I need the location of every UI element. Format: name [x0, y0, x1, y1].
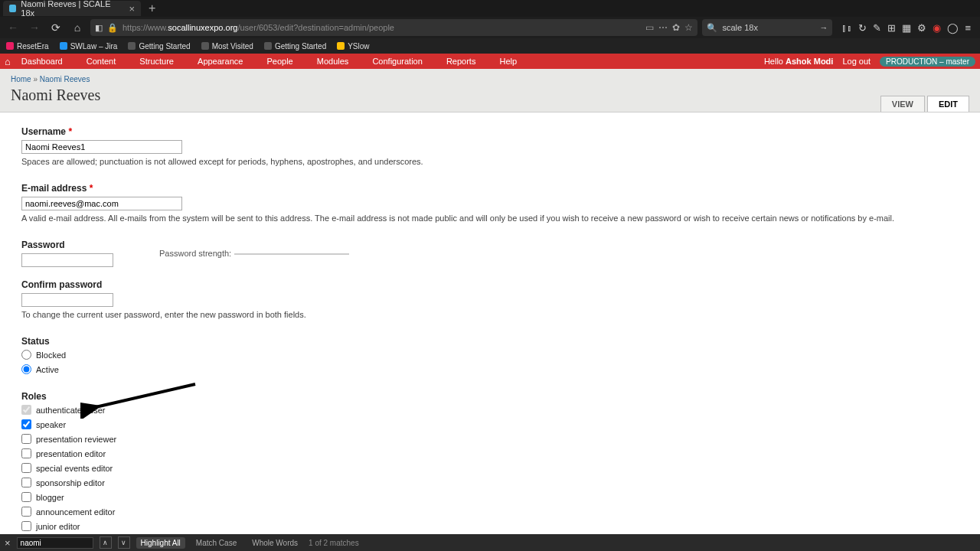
back-button[interactable]: ←: [5, 19, 21, 36]
confirm-password-input[interactable]: [21, 293, 113, 307]
username-help: Spaces are allowed; punctuation is not a…: [21, 157, 959, 166]
role-label: announcement editor: [36, 507, 115, 517]
page-title: Naomi Reeves: [11, 83, 969, 112]
find-status: 1 of 2 matches: [309, 539, 359, 547]
home-button[interactable]: ⌂: [69, 19, 86, 36]
admin-home-icon[interactable]: ⌂: [5, 56, 11, 67]
close-tab-icon[interactable]: ×: [129, 3, 135, 15]
ext1-icon[interactable]: ◉: [933, 22, 941, 34]
grid-icon[interactable]: ⊞: [887, 22, 896, 34]
tab-title: Naomi Reeves | SCALE 18x: [21, 0, 119, 18]
breadcrumb-home[interactable]: Home: [11, 75, 31, 83]
admin-menu-people[interactable]: People: [266, 57, 292, 66]
bookmark-icon: [6, 42, 14, 50]
gear-icon[interactable]: ⚙: [917, 22, 926, 34]
confirm-password-label: Confirm password: [21, 279, 959, 290]
admin-menu-configuration[interactable]: Configuration: [372, 57, 422, 66]
role-label: sponsorship editor: [36, 478, 105, 487]
history-icon[interactable]: ↻: [858, 22, 867, 34]
role-label: blogger: [36, 493, 64, 502]
whole-words-toggle[interactable]: Whole Words: [247, 537, 302, 549]
role-checkbox-speaker[interactable]: [21, 419, 31, 429]
pen-icon[interactable]: ✎: [873, 22, 881, 34]
find-bar: × ∧ ∨ Highlight All Match Case Whole Wor…: [0, 534, 980, 551]
password-strength: Password strength:: [159, 249, 349, 258]
search-box[interactable]: 🔍 scale 18x →: [702, 19, 832, 36]
breadcrumb-current[interactable]: Naomi Reeves: [40, 75, 90, 83]
bookmark-item[interactable]: YSlow: [337, 42, 369, 51]
browser-tab[interactable]: Naomi Reeves | SCALE 18x ×: [3, 1, 141, 16]
bookmark-icon: [264, 42, 272, 50]
status-active-radio[interactable]: [21, 364, 31, 374]
url-actions: ▭ ⋯ ✿ ☆: [645, 22, 693, 33]
tile-icon[interactable]: ▦: [902, 22, 911, 34]
bookmark-item[interactable]: SWLaw – Jira: [60, 42, 118, 51]
favicon-icon: [9, 5, 16, 12]
greeting: Hello Ashok Modi: [764, 57, 833, 66]
go-icon[interactable]: →: [819, 23, 828, 32]
password-input[interactable]: [21, 253, 113, 267]
role-checkbox-presentation reviewer[interactable]: [21, 434, 31, 444]
status-blocked-label: Blocked: [36, 350, 66, 360]
library-icon[interactable]: ⫿⫾: [841, 22, 852, 34]
role-checkbox-junior editor[interactable]: [21, 521, 31, 531]
tab-bar: Naomi Reeves | SCALE 18x × +: [0, 0, 980, 17]
admin-menu-help[interactable]: Help: [500, 57, 518, 66]
find-input[interactable]: [17, 537, 93, 549]
admin-menu-content[interactable]: Content: [87, 57, 116, 66]
reader-icon[interactable]: ▭: [645, 22, 654, 33]
find-next-button[interactable]: ∨: [118, 536, 130, 549]
role-label: junior editor: [36, 522, 80, 531]
password-help: To change the current user password, ent…: [21, 310, 959, 319]
role-checkbox-special events editor[interactable]: [21, 463, 31, 473]
account-icon[interactable]: ◯: [947, 22, 959, 34]
tab-view[interactable]: VIEW: [880, 96, 925, 112]
bookmark-item[interactable]: ResetEra: [6, 42, 49, 51]
new-tab-button[interactable]: +: [144, 2, 160, 15]
status-active-label: Active: [36, 365, 59, 374]
admin-menu-structure[interactable]: Structure: [139, 57, 174, 66]
content-tabs: VIEW EDIT: [878, 96, 969, 112]
match-case-toggle[interactable]: Match Case: [191, 537, 241, 549]
bookmark-item[interactable]: Getting Started: [264, 42, 326, 51]
role-checkbox-blogger[interactable]: [21, 492, 31, 502]
email-help: A valid e-mail address. All e-mails from…: [21, 214, 959, 223]
bookmark-item[interactable]: Most Visited: [201, 42, 253, 51]
role-label: presentation reviewer: [36, 435, 116, 444]
role-label: presentation editor: [36, 449, 106, 458]
email-input[interactable]: [21, 197, 182, 210]
find-prev-button[interactable]: ∧: [100, 536, 112, 549]
roles-label: Roles: [21, 391, 959, 402]
admin-menu-modules[interactable]: Modules: [317, 57, 349, 66]
highlight-all-toggle[interactable]: Highlight All: [136, 537, 185, 549]
star-icon[interactable]: ☆: [684, 22, 693, 33]
user-edit-form: Username * Spaces are allowed; punctuati…: [0, 112, 980, 551]
admin-menu-appearance[interactable]: Appearance: [198, 57, 243, 66]
toolbar-right: ⫿⫾ ↻ ✎ ⊞ ▦ ⚙ ◉ ◯ ≡: [837, 22, 975, 34]
reload-button[interactable]: ⟳: [47, 19, 64, 36]
browser-chrome: Naomi Reeves | SCALE 18x × + ← → ⟳ ⌂ ◧ 🔒…: [0, 0, 980, 54]
bookmarks-icon[interactable]: ✿: [672, 22, 680, 33]
status-blocked-radio[interactable]: [21, 350, 31, 360]
role-label: authenticated user: [36, 406, 106, 415]
email-label: E-mail address *: [21, 183, 959, 194]
shield-icon[interactable]: ◧: [95, 23, 103, 33]
url-bar[interactable]: ◧ 🔒 https://www.socallinuxexpo.org/user/…: [90, 19, 697, 36]
logout-link[interactable]: Log out: [842, 57, 871, 66]
search-icon: 🔍: [707, 23, 717, 33]
admin-menu-dashboard[interactable]: Dashboard: [21, 57, 63, 66]
bookmark-icon: [60, 42, 67, 50]
role-checkbox-presentation editor[interactable]: [21, 448, 31, 458]
search-value: scale 18x: [722, 23, 757, 32]
lock-icon[interactable]: 🔒: [107, 23, 118, 33]
admin-menu-reports[interactable]: Reports: [446, 57, 476, 66]
menu-icon[interactable]: ≡: [965, 22, 971, 34]
role-checkbox-announcement editor[interactable]: [21, 507, 31, 517]
username-input[interactable]: [21, 140, 182, 154]
role-checkbox-sponsorship editor[interactable]: [21, 478, 31, 487]
more-icon[interactable]: ⋯: [658, 22, 668, 33]
bookmark-item[interactable]: Getting Started: [128, 42, 190, 51]
tab-edit[interactable]: EDIT: [927, 96, 969, 112]
drupal-admin-bar: ⌂ Dashboard Content Structure Appearance…: [0, 54, 980, 69]
find-close-button[interactable]: ×: [5, 537, 11, 549]
